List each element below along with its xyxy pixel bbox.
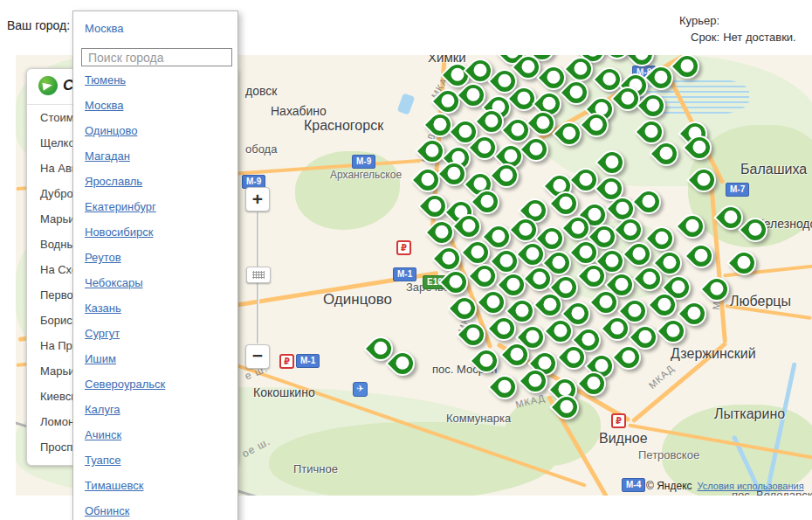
map-place-label: Красногорск <box>304 118 383 134</box>
city-option-link[interactable]: Ачинск <box>73 422 237 447</box>
map-place-label: Лыткарино <box>714 406 785 422</box>
cdek-logo-icon <box>38 76 58 95</box>
city-option-link[interactable]: Туапсе <box>73 447 237 473</box>
map-place-label: Коммунарка <box>446 412 511 425</box>
map-place-label: Балашиха <box>740 162 807 177</box>
city-option-link[interactable]: Ярославль <box>73 169 237 194</box>
city-option-link[interactable]: Тюмень <box>73 67 237 93</box>
map-place-label: Дзержинский <box>671 346 756 362</box>
pickup-point-pin-icon[interactable] <box>417 189 452 224</box>
pickup-point-pin-icon[interactable] <box>447 291 482 326</box>
city-dropdown: Москва ТюменьМоскваОдинцовоМагаданЯросла… <box>72 10 238 520</box>
pickup-point-pin-icon[interactable] <box>415 134 450 169</box>
road-badge: М-7 <box>726 183 749 197</box>
selected-city-link[interactable]: Москва <box>85 22 123 35</box>
pickup-point-pin-icon[interactable] <box>410 163 445 198</box>
ruble-poi-icon: ₽ <box>611 413 626 428</box>
airport-poi-icon: ✈ <box>353 382 368 397</box>
road-badge: М-9 <box>352 155 375 169</box>
city-option-link[interactable]: Сургут <box>73 321 237 346</box>
your-city-label: Ваш город: <box>7 18 70 32</box>
city-option-link[interactable]: Реутов <box>73 245 237 270</box>
city-option-link[interactable]: Екатеринбург <box>73 194 237 219</box>
city-option-link[interactable]: Одинцово <box>73 118 237 143</box>
map-place-label: Одинцово <box>323 291 392 309</box>
map-place-label: Люберцы <box>730 294 791 309</box>
map-place-label: Архангельское <box>330 169 402 181</box>
pickup-point-pin-icon[interactable] <box>684 239 719 274</box>
map-place-label: Петровское <box>638 448 699 461</box>
city-option-link[interactable]: Тимашевск <box>73 473 237 498</box>
city-option-link[interactable]: Североуральск <box>73 371 237 397</box>
delivery-term-line: Срок:Нет доставки. <box>691 31 796 44</box>
road-badge: М-1 <box>296 354 320 368</box>
zoom-out-button[interactable]: − <box>245 344 270 369</box>
zoom-in-button[interactable]: + <box>245 187 270 211</box>
map-place-label: Кокошкино <box>253 385 315 399</box>
road-badge: М-1 <box>393 267 416 281</box>
map-place-label: Нахабино <box>271 104 327 118</box>
ruble-poi-icon: ₽ <box>279 354 294 369</box>
road-badge: М-4 <box>622 478 645 492</box>
yandex-copyright: © Яндекс <box>646 480 692 492</box>
city-option-link[interactable]: Москва <box>73 93 237 118</box>
map-place-label: довск <box>245 84 277 98</box>
city-option-link[interactable]: Обнинск <box>73 498 237 520</box>
city-option-link[interactable]: Чебоксары <box>73 270 237 295</box>
city-option-link[interactable]: Магадан <box>73 143 237 169</box>
ruble-poi-icon: ₽ <box>396 240 411 255</box>
city-option-link[interactable]: Калуга <box>73 397 237 422</box>
pickup-point-pin-icon[interactable] <box>699 272 734 307</box>
map-place-label: Видное <box>599 431 648 447</box>
term-label: Срок: <box>691 31 719 44</box>
zoom-slider-handle[interactable] <box>246 267 271 283</box>
pickup-point-pin-icon[interactable] <box>631 184 666 219</box>
courier-label: Курьер: <box>679 14 719 27</box>
city-option-link[interactable]: Ишим <box>73 346 237 371</box>
city-search-input[interactable] <box>81 48 232 66</box>
term-value: Нет доставки. <box>723 31 796 44</box>
terms-of-use-link[interactable]: Условия использования <box>698 481 804 491</box>
map-place-label: Птичное <box>293 462 338 475</box>
city-option-link[interactable]: Казань <box>73 295 237 321</box>
map-place-label: обода <box>245 142 277 156</box>
city-option-link[interactable]: Новосибирск <box>73 219 237 245</box>
